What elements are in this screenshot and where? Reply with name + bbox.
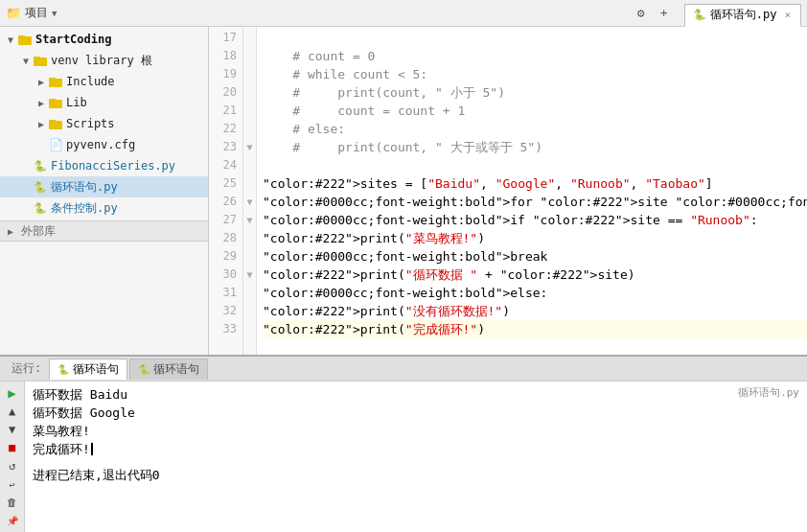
run-button[interactable]: ▶ <box>3 385 22 401</box>
svg-rect-5 <box>49 78 56 81</box>
folder-include-icon <box>48 75 63 88</box>
code-line-22: # else: <box>263 120 807 138</box>
down-button[interactable]: ▼ <box>3 422 22 437</box>
tab-close-btn[interactable]: × <box>784 9 791 21</box>
sidebar-item-startcoding[interactable]: StartCoding <box>0 29 208 50</box>
startcoding-label: StartCoding <box>35 33 111 46</box>
line-number-30: 30 <box>209 266 242 284</box>
output-line-1: 循环数据 Baidu <box>33 385 799 404</box>
include-label: Include <box>66 75 115 88</box>
code-line-21: # count = count + 1 <box>263 102 807 120</box>
arrow-external <box>4 224 17 238</box>
external-label: 外部库 <box>21 223 56 240</box>
folder-lib-icon <box>48 96 63 109</box>
code-line-27: "color:#0000cc;font-weight:bold">if "col… <box>263 211 807 229</box>
code-line-29: "color:#0000cc;font-weight:bold">break <box>263 247 807 266</box>
sidebar-item-scripts[interactable]: Scripts <box>0 113 208 134</box>
leaf-loop <box>19 180 33 194</box>
line-number-33: 33 <box>209 320 242 338</box>
output-tab-label: 循环语句.py <box>738 385 799 400</box>
main-area: StartCoding venv library 根 Include <box>0 27 807 355</box>
bottom-tab1-label: 循环语句 <box>73 361 119 378</box>
code-line-19: # while count < 5: <box>263 65 807 83</box>
up-button[interactable]: ▲ <box>3 404 22 419</box>
venv-label: venv library 根 <box>51 53 152 69</box>
sidebar-item-include[interactable]: Include <box>0 71 208 92</box>
sidebar-item-condpy[interactable]: 🐍 条件控制.py <box>0 197 208 219</box>
sidebar-item-looppy[interactable]: 🐍 循环语句.py <box>0 176 208 197</box>
output-line-4: 完成循环! <box>33 440 799 458</box>
fold-marker-33 <box>243 320 256 338</box>
bottom-content: ▶ ▲ ▼ ■ ↺ ↩ 🗑 📌 循环语句.py 循环数据 Baidu 循环数据 … <box>0 382 807 532</box>
run-label: 运行: <box>4 357 49 382</box>
add-icon[interactable]: + <box>656 5 673 22</box>
svg-rect-7 <box>49 99 56 102</box>
clear-button[interactable]: 🗑 <box>3 495 22 510</box>
line-number-22: 22 <box>209 120 242 138</box>
bottom-output[interactable]: 循环语句.py 循环数据 Baidu 循环数据 Google 菜鸟教程! 完成循… <box>25 382 807 532</box>
leaf-pyvenv <box>35 138 48 151</box>
sidebar-item-venv[interactable]: venv library 根 <box>0 50 208 71</box>
leaf-fib <box>19 159 33 173</box>
fold-marker-21 <box>243 102 256 120</box>
bottom-tabs: 运行: 🐍 循环语句 🐍 循环语句 <box>0 357 807 382</box>
project-dropdown-icon[interactable]: ▼ <box>52 9 57 18</box>
pin-button[interactable]: 📌 <box>3 513 22 528</box>
sidebar-tree: StartCoding venv library 根 Include <box>0 27 208 243</box>
fold-marker-22 <box>243 120 256 138</box>
project-label: 项目 <box>25 5 48 21</box>
cursor <box>91 443 93 455</box>
arrow-scripts <box>35 117 48 130</box>
code-content[interactable]: # count = 0 # while count < 5: # print(c… <box>257 27 807 355</box>
scripts-label: Scripts <box>66 117 115 130</box>
toolbar-icons: ⚙ + <box>633 5 673 22</box>
code-line-28: "color:#222">print("菜鸟教程!") <box>263 229 807 247</box>
line-number-29: 29 <box>209 247 242 266</box>
bottom-tab2-label: 循环语句 <box>153 361 199 378</box>
project-title: 📁 项目 ▼ <box>6 5 57 21</box>
svg-rect-1 <box>18 35 25 38</box>
bottom-toolbar: ▶ ▲ ▼ ■ ↺ ↩ 🗑 📌 <box>0 382 25 532</box>
bottom-panel: 运行: 🐍 循环语句 🐍 循环语句 ▶ ▲ ▼ ■ ↺ ↩ 🗑 📌 循环语句.p… <box>0 355 807 532</box>
line-number-23: 23 <box>209 138 242 156</box>
bottom-tab-loop2[interactable]: 🐍 循环语句 <box>129 359 208 380</box>
stop-button[interactable]: ■ <box>3 440 22 455</box>
sidebar-item-fibonacci[interactable]: 🐍 FibonacciSeries.py <box>0 155 208 176</box>
file-py-loop-icon: 🐍 <box>33 180 48 194</box>
lib-label: Lib <box>66 96 87 109</box>
sidebar-item-external[interactable]: 外部库 <box>0 220 208 242</box>
fold-marker-27[interactable]: ▼ <box>243 211 256 229</box>
rerun-button[interactable]: ↺ <box>3 458 22 474</box>
line-number-27: 27 <box>209 211 242 229</box>
bottom-tab1-icon: 🐍 <box>58 364 69 375</box>
code-line-18: # count = 0 <box>263 47 807 65</box>
code-editor[interactable]: 1718192021222324252627282930313233 ▼▼▼▼ … <box>209 27 807 355</box>
fold-marker-26[interactable]: ▼ <box>243 193 256 211</box>
code-line-32: "color:#222">print("没有循环数据!") <box>263 302 807 320</box>
wrap-button[interactable]: ↩ <box>3 476 22 492</box>
folder-venv-icon <box>33 54 48 67</box>
project-folder-icon: 📁 <box>6 6 21 20</box>
fold-marker-20 <box>243 83 256 102</box>
fib-label: FibonacciSeries.py <box>51 159 175 173</box>
fold-marker-23[interactable]: ▼ <box>243 138 256 156</box>
fold-marker-30[interactable]: ▼ <box>243 266 256 284</box>
file-cfg-icon: 📄 <box>48 138 63 151</box>
sidebar-item-pyvenv[interactable]: 📄 pyvenv.cfg <box>0 134 208 155</box>
code-line-26: "color:#0000cc;font-weight:bold">for "co… <box>263 193 807 211</box>
settings-icon[interactable]: ⚙ <box>633 5 650 22</box>
line-number-25: 25 <box>209 174 242 193</box>
editor-tab-loop[interactable]: 🐍 循环语句.py × <box>684 4 801 27</box>
folder-scripts-icon <box>48 117 63 130</box>
loop-label: 循环语句.py <box>51 179 118 196</box>
code-line-33: "color:#222">print("完成循环!") <box>263 320 807 338</box>
sidebar-item-lib[interactable]: Lib <box>0 92 208 113</box>
output-line-3: 菜鸟教程! <box>33 422 799 440</box>
code-line-23: # print(count, " 大于或等于 5") <box>263 138 807 156</box>
bottom-tab-loop1[interactable]: 🐍 循环语句 <box>49 359 127 380</box>
editor-area: 1718192021222324252627282930313233 ▼▼▼▼ … <box>209 27 807 355</box>
code-line-17 <box>263 29 807 47</box>
line-number-18: 18 <box>209 47 242 65</box>
cond-label: 条件控制.py <box>51 200 118 217</box>
line-number-31: 31 <box>209 284 242 302</box>
